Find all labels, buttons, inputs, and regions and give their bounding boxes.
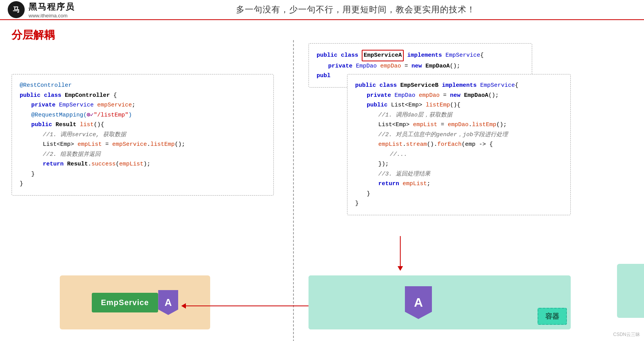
arrow-left xyxy=(185,306,309,306)
code-line-11: } xyxy=(20,179,266,189)
logo-icon: 马 xyxy=(8,1,25,18)
code-line-3: private EmpService empService; xyxy=(20,100,266,110)
right2-line-7: empList.stream().forEach(emp -> { xyxy=(355,140,563,150)
logo-url: www.itheima.com xyxy=(29,13,75,19)
right2-line-10: //3. 返回处理结果 xyxy=(355,169,563,179)
container-badge: 容器 xyxy=(538,308,567,325)
right2-line-13: } xyxy=(355,199,563,209)
code-line-4: @RequestMapping(⊙✓"/listEmp") xyxy=(20,110,266,120)
left-code-box: @RestController public class EmpControll… xyxy=(12,74,274,196)
right2-line-3: public List<Emp> listEmp(){ xyxy=(355,100,563,110)
code-line-2: public class EmpController { xyxy=(20,91,266,101)
right2-line-4: //1. 调用dao层，获取数据 xyxy=(355,110,563,120)
main-content: 分层解耦 @RestController public class EmpCon… xyxy=(0,20,644,341)
a-badge-right: A xyxy=(405,286,432,319)
right2-line-12: } xyxy=(355,189,563,199)
right-code-line-1: public class EmpServiceA implements EmpS… xyxy=(317,50,524,61)
header-slogan: 多一句没有，少一句不行，用更短时间，教会更实用的技术！ xyxy=(75,4,636,15)
right-code-box-2: public class EmpServiceB implements EmpS… xyxy=(347,74,571,215)
header: 马 黑马程序员 www.itheima.com 多一句没有，少一句不行，用更短时… xyxy=(0,0,644,20)
right-code-line-2: private EmpDao empDao = new EmpDaoA(); xyxy=(317,61,524,71)
diagram-left: EmpService A xyxy=(60,275,210,329)
arrow-down xyxy=(400,236,401,267)
code-line-10: } xyxy=(20,169,266,179)
watermark: CSDN云三昧 xyxy=(613,331,640,338)
diagram-right-box: A 容器 xyxy=(309,275,571,329)
right2-line-2: private EmpDao empDao = new EmpDaoA(); xyxy=(355,91,563,101)
code-line-8: //2. 组装数据并返回 xyxy=(20,150,266,160)
vertical-divider xyxy=(293,40,294,341)
right2-line-5: List<Emp> empList = empDao.listEmp(); xyxy=(355,120,563,130)
code-line-9: return Result.success(empList); xyxy=(20,159,266,169)
code-line-1: @RestController xyxy=(20,81,266,91)
code-line-7: List<Emp> empList = empService.listEmp()… xyxy=(20,140,266,150)
code-line-6: //1. 调用service, 获取数据 xyxy=(20,130,266,140)
logo-area: 马 黑马程序员 www.itheima.com xyxy=(8,1,75,19)
right2-line-8: //... xyxy=(355,150,563,160)
code-line-5: public Result list(){ xyxy=(20,120,266,130)
logo-text: 黑马程序员 www.itheima.com xyxy=(29,1,75,19)
right2-line-9: }); xyxy=(355,159,563,169)
right2-line-11: return empList; xyxy=(355,179,563,189)
right2-line-1: public class EmpServiceB implements EmpS… xyxy=(355,81,563,91)
a-badge-left: A xyxy=(158,290,178,315)
page-title: 分层解耦 xyxy=(12,28,632,42)
logo-main: 黑马程序员 xyxy=(29,1,75,13)
right2-line-6: //2. 对员工信息中的gender，job字段进行处理 xyxy=(355,130,563,140)
emp-service-button[interactable]: EmpService xyxy=(92,293,158,312)
